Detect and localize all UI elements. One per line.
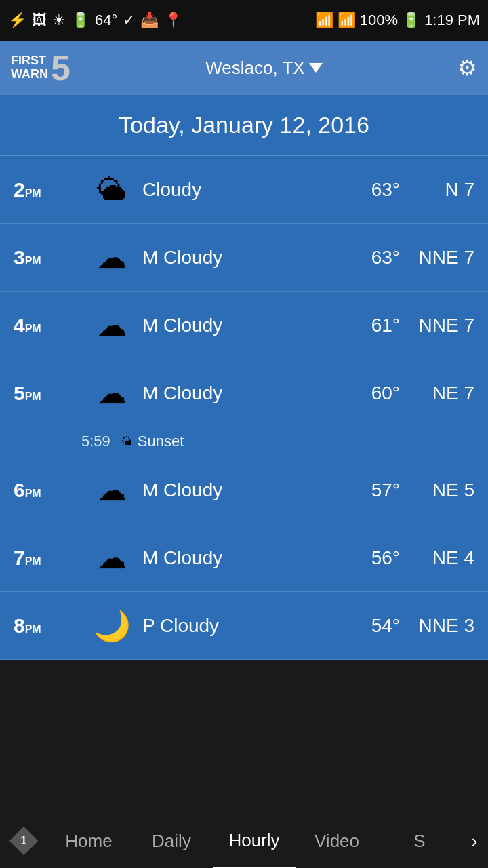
weather-row-4pm[interactable]: 4 PM ☁ M Cloudy 61° NNE 7 bbox=[0, 292, 488, 359]
temp-6pm: 57° bbox=[332, 479, 400, 501]
logo-text-block: FIRSTWARN bbox=[11, 54, 48, 81]
temp-4pm: 61° bbox=[332, 315, 400, 336]
usb-icon: ⚡ bbox=[8, 12, 26, 29]
wind-4pm: NNE 7 bbox=[400, 315, 474, 336]
time-display: 1:19 PM bbox=[424, 12, 480, 29]
temp-label: 64° bbox=[95, 12, 117, 29]
cloudy-icon: 🌥 bbox=[97, 173, 127, 207]
weather-row-7pm[interactable]: 7 PM ☁ M Cloudy 56° NE 4 bbox=[0, 524, 488, 592]
nav-daily[interactable]: Daily bbox=[130, 814, 213, 868]
battery-percent: 100% bbox=[360, 12, 398, 29]
time-6pm: 6 PM bbox=[14, 479, 81, 502]
temp-2pm: 63° bbox=[332, 179, 400, 201]
icon-4pm: ☁ bbox=[81, 308, 142, 342]
m-cloudy-icon-4: ☁ bbox=[97, 308, 127, 342]
bottom-nav: 1 Home Daily Hourly Video S › bbox=[0, 814, 488, 868]
nav-more[interactable]: S bbox=[378, 814, 461, 868]
location-text: Weslaco, TX bbox=[205, 58, 304, 79]
icon-8pm: 🌙 bbox=[81, 608, 142, 644]
nav-badge: 1 bbox=[0, 829, 47, 853]
icon-3pm: ☁ bbox=[81, 240, 142, 275]
icon-5pm: ☁ bbox=[81, 376, 142, 410]
wind-5pm: NE 7 bbox=[400, 382, 474, 404]
m-cloudy-icon-6: ☁ bbox=[97, 473, 127, 507]
signal-icon: 📶 bbox=[338, 12, 356, 29]
time-2pm: 2 PM bbox=[14, 178, 81, 201]
condition-4pm: M Cloudy bbox=[142, 315, 332, 336]
nav-video[interactable]: Video bbox=[296, 814, 378, 868]
daily-label: Daily bbox=[152, 831, 191, 852]
nav-home[interactable]: Home bbox=[47, 814, 130, 868]
sunset-time: 5:59 bbox=[81, 433, 110, 450]
weather-row-5pm[interactable]: 5 PM ☁ M Cloudy 60° NE 7 bbox=[0, 359, 488, 427]
icon-7pm: ☁ bbox=[81, 540, 142, 575]
condition-2pm: Cloudy bbox=[142, 179, 332, 201]
nav-items: Home Daily Hourly Video S bbox=[47, 814, 461, 868]
moon-cloud-icon-8: 🌙 bbox=[94, 608, 131, 644]
badge-number: 1 bbox=[21, 835, 27, 847]
wind-6pm: NE 5 bbox=[400, 479, 474, 501]
condition-8pm: P Cloudy bbox=[142, 615, 332, 637]
weather-row-3pm[interactable]: 3 PM ☁ M Cloudy 63° NNE 7 bbox=[0, 224, 488, 292]
condition-6pm: M Cloudy bbox=[142, 479, 332, 501]
date-header: Today, January 12, 2016 bbox=[0, 95, 488, 156]
logo-five: 5 bbox=[51, 50, 70, 85]
image-icon: 🖼 bbox=[32, 12, 47, 29]
icon-2pm: 🌥 bbox=[81, 173, 142, 207]
dropdown-arrow-icon bbox=[309, 63, 323, 73]
condition-7pm: M Cloudy bbox=[142, 547, 332, 569]
temp-5pm: 60° bbox=[332, 382, 400, 404]
temp-8pm: 54° bbox=[332, 615, 400, 637]
wind-8pm: NNE 3 bbox=[400, 615, 474, 637]
status-bar: ⚡ 🖼 ☀ 🔋 64° ✓ 📥 📍 📶 📶 100% 🔋 1:19 PM bbox=[0, 0, 488, 41]
video-label: Video bbox=[314, 831, 359, 852]
weather-list: 2 PM 🌥 Cloudy 63° N 7 3 PM ☁ M Cloudy 63… bbox=[0, 156, 488, 660]
time-4pm: 4 PM bbox=[14, 314, 81, 337]
wifi-icon: 📶 bbox=[315, 12, 333, 29]
sunset-label: Sunset bbox=[138, 433, 184, 450]
location-selector[interactable]: Weslaco, TX bbox=[205, 58, 322, 79]
battery-full-icon: 🔋 bbox=[402, 12, 420, 29]
settings-icon[interactable]: ⚙ bbox=[458, 55, 477, 81]
location-icon: 📍 bbox=[164, 12, 182, 29]
temp-7pm: 56° bbox=[332, 547, 400, 569]
battery-icon: 🔋 bbox=[71, 12, 89, 29]
temp-3pm: 63° bbox=[332, 247, 400, 269]
sunset-row: 5:59 🌤 Sunset bbox=[0, 427, 488, 456]
wind-7pm: NE 4 bbox=[400, 547, 474, 569]
logo-first-warn: FIRSTWARN bbox=[11, 54, 48, 81]
time-8pm: 8 PM bbox=[14, 614, 81, 637]
download-icon: 📥 bbox=[140, 12, 159, 29]
nav-hourly[interactable]: Hourly bbox=[213, 814, 296, 868]
weather-row-6pm[interactable]: 6 PM ☁ M Cloudy 57° NE 5 bbox=[0, 456, 488, 524]
nav-chevron[interactable]: › bbox=[461, 831, 488, 852]
time-5pm: 5 PM bbox=[14, 382, 81, 405]
wind-2pm: N 7 bbox=[400, 179, 474, 201]
condition-3pm: M Cloudy bbox=[142, 247, 332, 269]
wind-3pm: NNE 7 bbox=[400, 247, 474, 269]
date-label: Today, January 12, 2016 bbox=[119, 112, 369, 138]
m-cloudy-icon-3: ☁ bbox=[97, 240, 127, 275]
sunset-sun-icon: 🌤 bbox=[121, 435, 132, 448]
time-3pm: 3 PM bbox=[14, 246, 81, 269]
icon-6pm: ☁ bbox=[81, 473, 142, 507]
m-cloudy-icon-5: ☁ bbox=[97, 376, 127, 410]
status-left-icons: ⚡ 🖼 ☀ 🔋 64° ✓ 📥 📍 bbox=[8, 12, 182, 29]
app-logo: FIRSTWARN 5 bbox=[11, 50, 70, 85]
condition-5pm: M Cloudy bbox=[142, 382, 332, 404]
status-right-info: 📶 📶 100% 🔋 1:19 PM bbox=[315, 12, 480, 29]
home-label: Home bbox=[65, 831, 112, 852]
hourly-label: Hourly bbox=[228, 830, 279, 851]
more-label: S bbox=[413, 831, 425, 852]
weather-row-8pm[interactable]: 8 PM 🌙 P Cloudy 54° NNE 3 bbox=[0, 592, 488, 660]
app-header: FIRSTWARN 5 Weslaco, TX ⚙ bbox=[0, 41, 488, 95]
m-cloudy-icon-7: ☁ bbox=[97, 540, 127, 575]
check-icon: ✓ bbox=[123, 12, 135, 29]
weather-icon: ☀ bbox=[52, 12, 66, 29]
weather-row-2pm[interactable]: 2 PM 🌥 Cloudy 63° N 7 bbox=[0, 156, 488, 224]
time-7pm: 7 PM bbox=[14, 547, 81, 570]
